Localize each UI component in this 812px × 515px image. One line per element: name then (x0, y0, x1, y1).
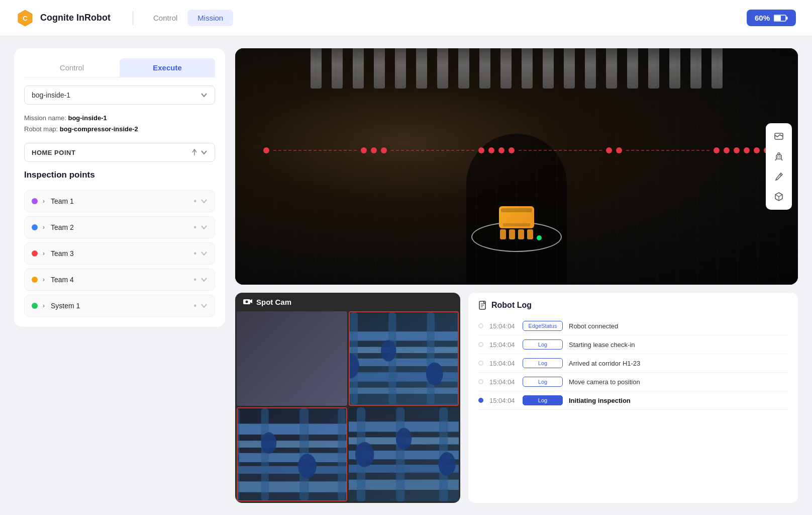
log-time: 15:04:04 (489, 341, 517, 349)
team-item-team-2[interactable]: › Team 2 • (24, 216, 215, 238)
svg-rect-10 (778, 153, 780, 155)
svg-rect-33 (238, 423, 346, 434)
view3d-toolbar (766, 123, 792, 210)
battery-pct: 60% (755, 14, 770, 22)
robot-green-indicator (537, 235, 542, 240)
cam-cell-bottom-left (237, 407, 347, 502)
robot-log-panel: Robot Log 15:04:04 EdgeStatus Robot conn… (468, 293, 798, 503)
svg-rect-24 (350, 388, 458, 394)
log-item: 15:04:04 Log Arrived at corridor H1-23 (478, 354, 788, 373)
svg-point-31 (426, 362, 443, 385)
team-chevron-team-3: › (43, 250, 45, 257)
team-name-team-1: Team 1 (51, 197, 188, 205)
tab-execute[interactable]: Execute (120, 58, 215, 77)
team-dot-action-team-1[interactable]: • (193, 197, 196, 206)
log-dot (478, 379, 483, 384)
navigate-icon (190, 148, 198, 156)
cam-industrial-2 (238, 408, 346, 501)
nav-control[interactable]: Control (143, 10, 187, 26)
view3d-bg (235, 48, 798, 285)
robot-figure (499, 206, 534, 239)
robot-body (499, 206, 534, 228)
team-actions-team-3: • (193, 249, 208, 258)
log-text: Starting lease check-in (569, 341, 635, 349)
log-time: 15:04:04 (489, 397, 517, 404)
log-dot (478, 361, 483, 366)
log-badge[interactable]: Log (523, 377, 563, 387)
svg-point-55 (396, 427, 412, 450)
svg-rect-34 (238, 441, 346, 448)
log-time: 15:04:04 (489, 378, 517, 386)
svg-point-8 (777, 156, 778, 157)
log-badge[interactable]: Log (523, 395, 563, 405)
nav-mission[interactable]: Mission (187, 10, 233, 26)
home-point-bar[interactable]: HOME POINT (24, 143, 215, 162)
svg-marker-17 (250, 299, 252, 303)
view3d-container[interactable] (235, 48, 798, 285)
cam-icon (243, 298, 252, 306)
svg-line-13 (780, 174, 781, 176)
home-point-label: HOME POINT (32, 149, 75, 156)
cam-industrial-1 (350, 312, 458, 405)
topnav: C Cognite InRobot Control Mission 60% (0, 0, 812, 36)
team-item-team-4[interactable]: › Team 4 • (24, 269, 215, 291)
svg-point-54 (355, 442, 374, 467)
cam-cell-top-left (237, 311, 347, 406)
team-dot-action-team-4[interactable]: • (193, 275, 196, 284)
team-name-system-1: System 1 (51, 302, 188, 310)
svg-line-12 (781, 159, 782, 160)
svg-rect-20 (350, 331, 458, 340)
team-chevron-down-team-2[interactable] (200, 224, 208, 231)
team-dot-action-system-1[interactable]: • (193, 301, 196, 310)
log-dot (478, 342, 483, 347)
team-dot-action-team-3[interactable]: • (193, 249, 196, 258)
mission-dropdown[interactable]: bog-inside-1 (24, 85, 215, 105)
robot-toolbar-btn[interactable] (770, 147, 788, 165)
tab-control[interactable]: Control (24, 58, 120, 77)
log-file-icon (478, 301, 487, 310)
team-dot-team-2 (32, 224, 38, 230)
map-icon (774, 131, 784, 141)
svg-point-56 (438, 452, 455, 476)
team-dot-action-team-2[interactable]: • (193, 223, 196, 232)
robot-icon (774, 151, 784, 161)
log-item: 15:04:04 EdgeStatus Robot connected (478, 317, 788, 335)
cam-cell-featured (349, 311, 459, 406)
panel-tabs: Control Execute (24, 58, 215, 77)
spot-cam-header: Spot Cam (235, 293, 460, 311)
team-chevron-down-system-1[interactable] (200, 302, 208, 309)
svg-rect-52 (396, 407, 404, 502)
map-toolbar-btn[interactable] (770, 127, 788, 145)
team-item-team-1[interactable]: › Team 1 • (24, 190, 215, 212)
spot-cam-panel: Spot Cam (235, 293, 460, 503)
team-actions-system-1: • (193, 301, 208, 310)
team-chevron-down-team-1[interactable] (200, 198, 208, 205)
team-dot-team-1 (32, 198, 38, 204)
team-item-system-1[interactable]: › System 1 • (24, 295, 215, 317)
app-title: Cognite InRobot (40, 13, 111, 23)
log-badge[interactable]: Log (523, 358, 563, 368)
pen-toolbar-btn[interactable] (770, 167, 788, 186)
team-actions-team-1: • (193, 197, 208, 206)
team-dot-system-1 (32, 303, 38, 309)
log-badge[interactable]: EdgeStatus (523, 321, 563, 331)
cam-cell-bottom-right (349, 407, 459, 502)
svg-rect-28 (457, 312, 458, 405)
team-item-team-3[interactable]: › Team 3 • (24, 242, 215, 265)
log-dot (478, 323, 483, 328)
team-chevron-team-1: › (43, 198, 45, 205)
svg-point-9 (779, 156, 780, 157)
team-chevron-down-team-4[interactable] (200, 276, 208, 283)
svg-rect-21 (350, 347, 458, 353)
svg-point-44 (298, 454, 317, 478)
team-chevron-down-team-3[interactable] (200, 250, 208, 257)
dropdown-value: bog-inside-1 (32, 91, 70, 99)
log-badge[interactable]: Log (523, 339, 563, 350)
pen-icon (774, 171, 784, 182)
team-name-team-4: Team 4 (51, 276, 188, 284)
cube-toolbar-btn[interactable] (770, 188, 788, 206)
cam-placeholder (237, 311, 347, 406)
bottom-section: Spot Cam (235, 293, 798, 503)
inspection-title: Inspection points (24, 170, 215, 180)
logo-icon: C (16, 9, 34, 27)
